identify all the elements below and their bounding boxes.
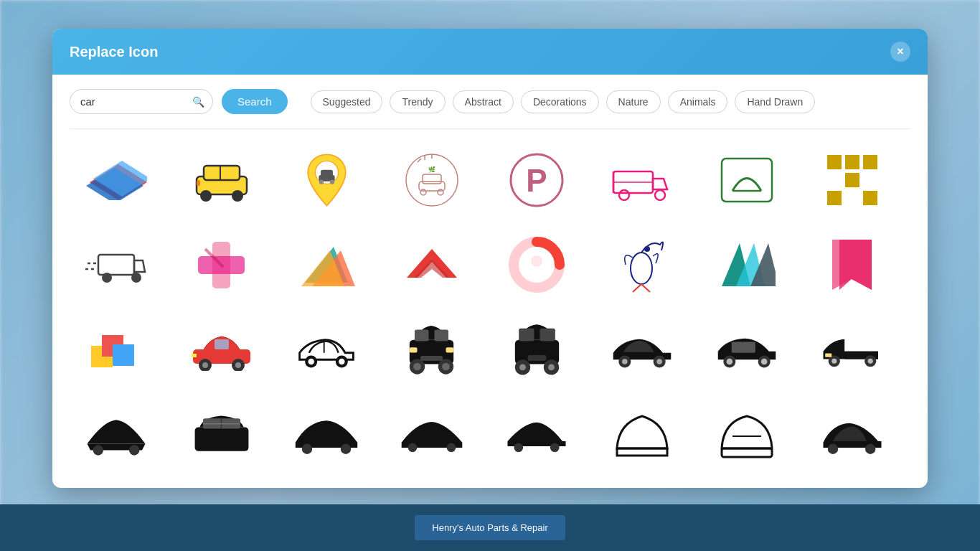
svg-rect-4 xyxy=(204,166,240,180)
filter-nature[interactable]: Nature xyxy=(606,90,661,113)
icon-cell-10[interactable] xyxy=(175,225,268,304)
icon-cell-25[interactable] xyxy=(70,395,163,474)
svg-rect-34 xyxy=(863,155,877,169)
bottom-item-auto: Henry's Auto Parts & Repair xyxy=(415,515,565,540)
svg-rect-110 xyxy=(825,353,831,357)
svg-rect-95 xyxy=(527,355,546,361)
svg-point-99 xyxy=(656,359,662,364)
svg-point-13 xyxy=(329,180,334,184)
svg-rect-40 xyxy=(863,191,877,205)
svg-point-112 xyxy=(129,445,139,455)
icon-cell-4[interactable]: 🌿 xyxy=(385,141,479,220)
svg-rect-37 xyxy=(863,173,877,187)
svg-rect-8 xyxy=(197,180,200,186)
icon-cell-16[interactable] xyxy=(806,225,899,304)
search-input-wrapper: 🔍 xyxy=(70,89,213,114)
filter-trendy[interactable]: Trendy xyxy=(390,90,445,113)
svg-point-14 xyxy=(406,154,458,206)
svg-point-92 xyxy=(519,364,526,370)
svg-point-74 xyxy=(308,358,314,364)
svg-rect-32 xyxy=(827,155,842,169)
modal-body: 🔍 Search Suggested Trendy Abstract Decor… xyxy=(52,75,928,488)
svg-point-122 xyxy=(550,443,560,452)
search-bar: 🔍 Search Suggested Trendy Abstract Decor… xyxy=(70,89,910,114)
icon-cell-31[interactable] xyxy=(700,395,793,474)
svg-point-28 xyxy=(655,190,665,200)
search-input[interactable] xyxy=(70,89,213,114)
svg-rect-79 xyxy=(415,329,429,341)
svg-point-55 xyxy=(531,255,542,267)
svg-point-97 xyxy=(622,359,628,364)
svg-point-117 xyxy=(302,443,312,453)
icon-cell-19[interactable] xyxy=(280,310,373,389)
svg-rect-86 xyxy=(410,347,418,352)
filter-abstract[interactable]: Abstract xyxy=(453,90,514,113)
icon-cell-15[interactable] xyxy=(700,225,793,304)
icon-cell-12[interactable] xyxy=(385,225,479,304)
icon-cell-5[interactable]: P xyxy=(490,141,583,220)
svg-point-57 xyxy=(644,246,650,252)
icon-cell-7[interactable] xyxy=(700,141,793,220)
svg-rect-65 xyxy=(113,344,134,366)
svg-point-70 xyxy=(235,362,241,368)
icon-cell-23[interactable] xyxy=(700,310,793,389)
filter-suggested[interactable]: Suggested xyxy=(311,90,383,113)
close-button[interactable]: × xyxy=(890,42,910,62)
svg-point-84 xyxy=(442,363,450,371)
icon-cell-13[interactable] xyxy=(490,225,583,304)
icon-cell-18[interactable] xyxy=(175,310,268,389)
icon-cell-9[interactable] xyxy=(70,225,163,304)
icon-cell-26[interactable] xyxy=(175,395,268,474)
svg-rect-85 xyxy=(420,356,443,361)
icon-cell-27[interactable] xyxy=(280,395,373,474)
svg-rect-33 xyxy=(845,155,859,169)
icon-cell-22[interactable] xyxy=(595,310,689,389)
icon-cell-2[interactable] xyxy=(175,141,268,220)
svg-point-82 xyxy=(413,363,421,371)
icon-cell-3[interactable] xyxy=(280,141,373,220)
svg-rect-90 xyxy=(540,329,555,342)
svg-rect-87 xyxy=(446,347,454,352)
svg-point-107 xyxy=(831,358,837,363)
icon-cell-21[interactable] xyxy=(490,310,583,389)
svg-text:🌿: 🌿 xyxy=(428,166,435,173)
svg-rect-113 xyxy=(194,428,248,451)
icon-cell-28[interactable] xyxy=(385,395,479,474)
svg-point-19 xyxy=(438,189,443,195)
icon-cell-6[interactable] xyxy=(595,141,689,220)
svg-point-27 xyxy=(619,190,629,200)
svg-point-121 xyxy=(514,443,524,452)
svg-point-109 xyxy=(867,358,872,363)
icon-cell-24[interactable] xyxy=(806,310,899,389)
modal-overlay: Replace Icon × 🔍 Search Suggested Trendy… xyxy=(0,0,980,551)
svg-rect-36 xyxy=(845,173,859,187)
filter-animals[interactable]: Animals xyxy=(668,90,728,113)
svg-rect-17 xyxy=(423,174,441,184)
icon-cell-17[interactable] xyxy=(70,310,163,389)
svg-point-94 xyxy=(548,364,555,370)
filter-hand-drawn[interactable]: Hand Drawn xyxy=(735,90,815,113)
svg-point-18 xyxy=(420,189,426,195)
svg-rect-71 xyxy=(215,339,229,349)
icon-cell-8[interactable] xyxy=(806,141,899,220)
icon-cell-20[interactable] xyxy=(385,310,479,389)
svg-line-58 xyxy=(633,284,641,292)
icons-container[interactable]: 🌿 P xyxy=(70,141,910,474)
svg-point-5 xyxy=(200,190,212,202)
svg-text:P: P xyxy=(526,163,547,198)
svg-point-42 xyxy=(102,273,112,283)
svg-point-120 xyxy=(446,443,456,452)
icon-cell-29[interactable] xyxy=(490,395,583,474)
svg-point-103 xyxy=(761,358,768,364)
filter-decorations[interactable]: Decorations xyxy=(521,90,599,113)
search-button[interactable]: Search xyxy=(222,89,288,114)
icon-cell-14[interactable] xyxy=(595,225,689,304)
svg-rect-89 xyxy=(519,329,534,342)
search-icon: 🔍 xyxy=(192,96,204,108)
icon-cell-32[interactable] xyxy=(806,395,899,474)
icon-cell-1[interactable] xyxy=(70,141,163,220)
icon-cell-30[interactable] xyxy=(595,395,689,474)
icon-cell-11[interactable] xyxy=(280,225,373,304)
svg-rect-39 xyxy=(845,191,859,205)
svg-point-56 xyxy=(631,253,652,284)
